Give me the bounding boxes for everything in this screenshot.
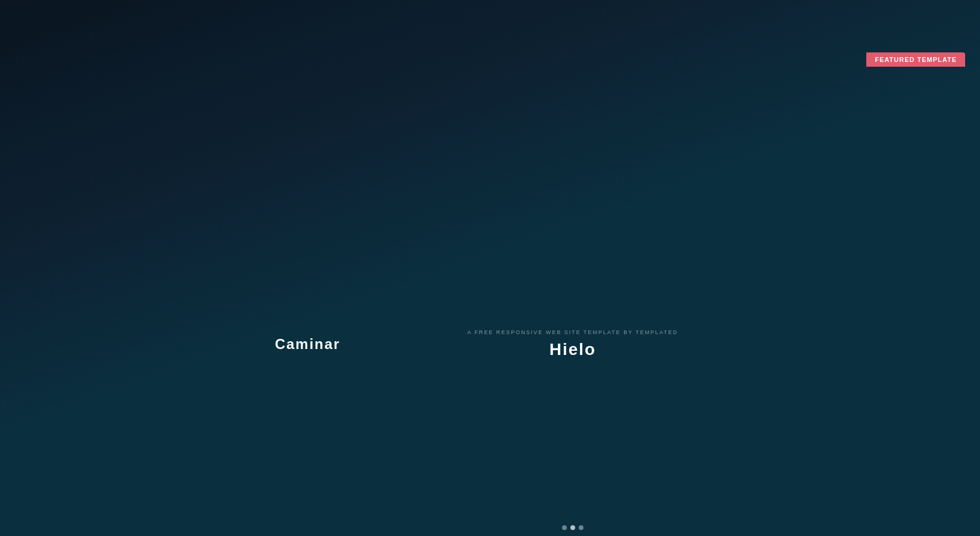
hielo-thumbnail: A FREE RESPONSIVE WEB SITE TEMPLATE BY T… [445, 285, 700, 404]
hielo-title: Hielo [467, 340, 678, 359]
content-area: FEATURED TEMPLATE Industrious ≡ Menu IND… [166, 40, 980, 536]
caminar-title: Caminar [275, 336, 341, 353]
hielo-sub: A FREE RESPONSIVE WEB SITE TEMPLATE BY T… [467, 329, 678, 335]
template-card-hielo[interactable]: A FREE RESPONSIVE WEB SITE TEMPLATE BY T… [445, 285, 700, 469]
main-layout: TEMPLATED A collection of 867 simple CSS… [0, 40, 980, 536]
featured-badge: FEATURED TEMPLATE [866, 52, 965, 67]
template-grid: Caminar Responsive HTML5 Template Fringi… [180, 285, 965, 469]
